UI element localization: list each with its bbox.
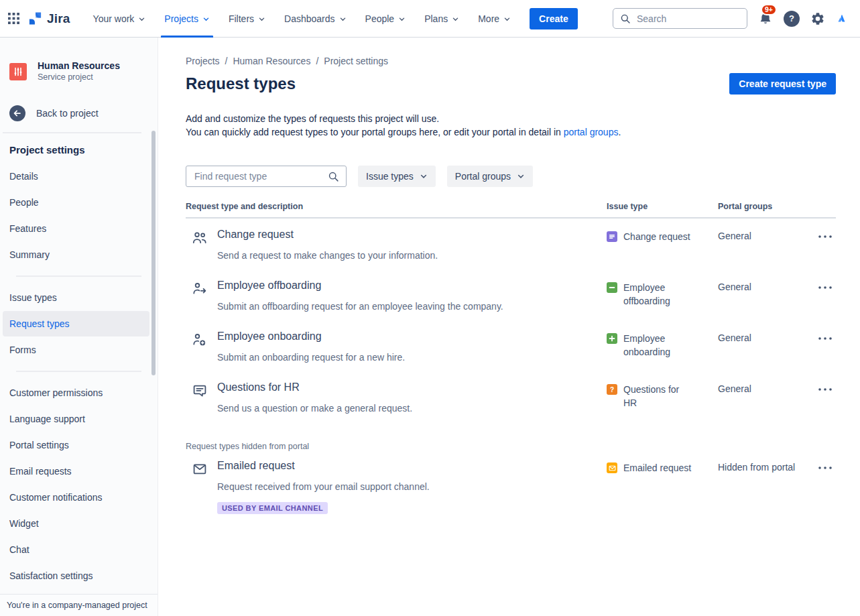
- search-icon: [328, 171, 339, 182]
- hidden-section-label: Request types hidden from portal: [186, 442, 836, 451]
- breadcrumb-separator: /: [310, 56, 324, 66]
- sidebar-item-request-types[interactable]: Request types: [3, 311, 149, 336]
- request-type-link[interactable]: Change request: [217, 229, 294, 241]
- issue-type-icon: [607, 333, 617, 344]
- project-avatar-icon: [9, 63, 27, 80]
- description-line1: Add and customize the types of requests …: [186, 113, 439, 124]
- global-search: [613, 8, 747, 29]
- breadcrumb-settings[interactable]: Project settings: [324, 56, 388, 66]
- create-button[interactable]: Create: [530, 8, 578, 29]
- filter-bar: Issue types Portal groups: [186, 166, 836, 187]
- atlassian-logo-icon: [836, 13, 848, 25]
- sidebar-item-people[interactable]: People: [3, 190, 149, 215]
- request-type-row: Emailed requestRequest received from you…: [186, 451, 836, 521]
- person-add-icon: [186, 330, 217, 364]
- issue-type-label: Employee onboarding: [623, 332, 694, 359]
- nav-item-dashboards[interactable]: Dashboards: [281, 0, 350, 38]
- nav-item-label: Plans: [424, 13, 448, 24]
- sidebar-scrollbar[interactable]: [151, 131, 156, 375]
- sidebar-item-issue-types[interactable]: Issue types: [3, 285, 149, 310]
- sidebar-item-summary[interactable]: Summary: [3, 242, 149, 267]
- nav-item-your-work[interactable]: Your work: [90, 0, 149, 38]
- row-actions-button[interactable]: [814, 332, 836, 345]
- chevron-down-icon: [517, 172, 525, 180]
- breadcrumb-projects[interactable]: Projects: [186, 56, 220, 66]
- sidebar-group: Issue typesRequest typesForms: [0, 285, 158, 363]
- nav-item-projects[interactable]: Projects: [161, 0, 213, 38]
- breadcrumb: Projects / Human Resources / Project set…: [186, 38, 836, 66]
- person-leave-icon: [186, 280, 217, 313]
- sidebar-item-satisfaction-settings[interactable]: Satisfaction settings: [3, 563, 149, 587]
- portal-group-value: General: [718, 330, 808, 364]
- sidebar-divider: [16, 371, 141, 372]
- breadcrumb-separator: /: [220, 56, 233, 66]
- help-icon: ?: [784, 11, 800, 27]
- row-actions-button[interactable]: [814, 230, 836, 243]
- column-portal-groups: Portal groups: [718, 202, 808, 211]
- nav-item-filters[interactable]: Filters: [225, 0, 269, 38]
- top-navigation: Jira Your workProjectsFiltersDashboardsP…: [0, 0, 860, 38]
- row-actions-button[interactable]: [814, 383, 836, 396]
- jira-logo[interactable]: Jira: [25, 8, 76, 29]
- request-type-link[interactable]: Employee offboarding: [217, 280, 321, 292]
- portal-groups-dropdown[interactable]: Portal groups: [447, 166, 533, 187]
- sidebar-scroll-area: Human Resources Service project Back to …: [0, 38, 158, 587]
- sidebar-item-forms[interactable]: Forms: [3, 337, 149, 363]
- search-input[interactable]: [635, 13, 740, 25]
- find-request-type-input[interactable]: [193, 170, 322, 182]
- sidebar-group: DetailsPeopleFeaturesSummary: [0, 164, 158, 267]
- sidebar-item-customer-notifications[interactable]: Customer notifications: [3, 485, 149, 510]
- nav-item-label: Dashboards: [284, 13, 335, 24]
- notifications-button[interactable]: 9+: [755, 9, 776, 29]
- settings-button[interactable]: [808, 9, 828, 29]
- row-actions-button[interactable]: [814, 461, 836, 475]
- create-request-type-button[interactable]: Create request type: [729, 73, 836, 95]
- arrow-left-icon: [9, 105, 25, 121]
- request-type-link[interactable]: Employee onboarding: [217, 330, 322, 343]
- project-header: Human Resources Service project: [9, 60, 148, 82]
- request-type-description: Submit an offboarding request for an emp…: [217, 300, 607, 313]
- request-type-row: Change requestSend a request to make cha…: [186, 219, 836, 269]
- sidebar-item-chat[interactable]: Chat: [3, 537, 149, 562]
- sidebar-item-email-requests[interactable]: Email requests: [3, 458, 149, 484]
- nav-item-people[interactable]: People: [362, 0, 410, 38]
- sidebar-item-details[interactable]: Details: [3, 164, 149, 189]
- breadcrumb-project[interactable]: Human Resources: [233, 56, 310, 66]
- portal-groups-dropdown-label: Portal groups: [455, 171, 511, 182]
- request-type-link[interactable]: Emailed request: [217, 460, 295, 472]
- profile-avatar[interactable]: [833, 10, 851, 27]
- sidebar-item-features[interactable]: Features: [3, 216, 149, 241]
- app-switcher-icon[interactable]: [5, 10, 22, 27]
- nav-item-plans[interactable]: Plans: [421, 0, 463, 38]
- nav-item-label: More: [478, 13, 499, 24]
- nav-item-more[interactable]: More: [475, 0, 514, 38]
- main-content: Projects / Human Resources / Project set…: [158, 38, 860, 616]
- chevron-down-icon: [420, 172, 428, 180]
- jira-wordmark: Jira: [47, 11, 70, 26]
- hidden-request-type-list: Emailed requestRequest received from you…: [186, 451, 836, 521]
- chevron-down-icon: [339, 15, 347, 23]
- row-actions-button[interactable]: [814, 281, 836, 294]
- portal-groups-link[interactable]: portal groups: [564, 127, 619, 137]
- chevron-down-icon: [202, 15, 210, 23]
- help-button[interactable]: ?: [781, 8, 802, 29]
- sidebar-item-portal-settings[interactable]: Portal settings: [3, 432, 149, 458]
- notifications-badge: 9+: [761, 4, 777, 15]
- project-settings-sidebar: Human Resources Service project Back to …: [0, 38, 158, 616]
- request-type-row: Employee offboardingSubmit an offboardin…: [186, 269, 836, 320]
- sidebar-item-language-support[interactable]: Language support: [3, 406, 149, 432]
- chevron-down-icon: [138, 15, 145, 23]
- page-title: Request types: [186, 74, 296, 93]
- page-description: Add and customize the types of requests …: [186, 112, 836, 139]
- issue-types-dropdown[interactable]: Issue types: [358, 166, 436, 187]
- description-period: .: [618, 127, 621, 137]
- sidebar-item-customer-permissions[interactable]: Customer permissions: [3, 380, 149, 406]
- request-type-link[interactable]: Questions for HR: [217, 381, 300, 393]
- nav-item-label: Projects: [164, 13, 198, 24]
- request-type-description: Send a request to make changes to your i…: [217, 249, 607, 262]
- back-to-project[interactable]: Back to project: [9, 105, 148, 121]
- chevron-down-icon: [258, 15, 265, 23]
- issue-type-label: Change request: [623, 230, 694, 243]
- sidebar-item-widget[interactable]: Widget: [3, 511, 149, 536]
- issue-type-icon: [607, 231, 617, 242]
